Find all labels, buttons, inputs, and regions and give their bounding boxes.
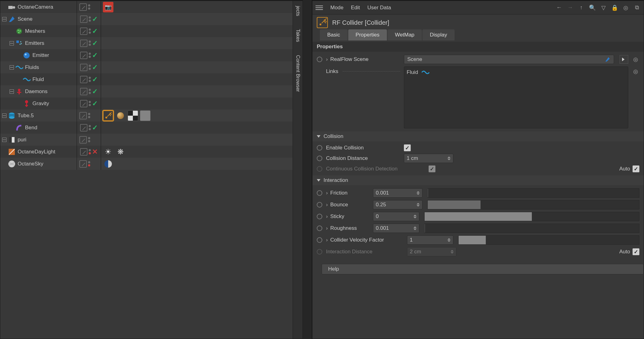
object-label[interactable]: OctaneCamera — [18, 4, 53, 10]
tree-expander[interactable] — [10, 65, 14, 70]
layer-toggle[interactable] — [79, 112, 87, 119]
layer-toggle[interactable] — [80, 52, 87, 59]
object-row[interactable]: OctaneSky — [0, 158, 303, 170]
field-roughness[interactable]: 0.001 — [373, 224, 419, 233]
collider-tag-icon[interactable] — [103, 110, 113, 121]
object-row[interactable]: Tube.5 — [0, 109, 303, 122]
slider-cvf[interactable] — [458, 235, 639, 245]
object-label[interactable]: Scene — [18, 16, 32, 22]
layer-toggle[interactable] — [80, 64, 87, 71]
enable-check-icon[interactable]: ✓ — [92, 39, 98, 47]
enable-check-icon[interactable]: ✓ — [92, 51, 98, 59]
search-icon[interactable]: 🔍 — [589, 4, 596, 11]
anim-dot-bounce[interactable] — [317, 202, 322, 208]
tree-expander[interactable] — [2, 138, 6, 142]
slider-friction[interactable] — [427, 188, 639, 198]
visibility-dots[interactable] — [88, 161, 90, 166]
noise-tag-icon[interactable] — [140, 110, 150, 121]
object-label[interactable]: Bend — [25, 125, 37, 131]
object-row[interactable]: Fluids✓ — [0, 61, 303, 73]
visibility-dots[interactable] — [88, 4, 90, 10]
layer-toggle[interactable] — [80, 76, 87, 83]
object-row[interactable]: Bend✓ — [0, 122, 303, 134]
visibility-dots[interactable] — [89, 101, 91, 106]
visibility-dots[interactable] — [89, 149, 91, 154]
visibility-dots[interactable] — [88, 137, 90, 142]
links-item-fluid[interactable]: Fluid — [407, 69, 418, 75]
anim-dot-collision-distance[interactable] — [317, 156, 322, 161]
tab-takes[interactable]: Takes — [295, 27, 301, 44]
enable-check-icon[interactable]: ✓ — [92, 27, 98, 35]
field-cvf[interactable]: 1 — [407, 235, 453, 245]
visibility-dots[interactable] — [89, 28, 91, 34]
new-window-icon[interactable]: ⧉ — [633, 4, 641, 11]
object-row[interactable]: OctaneCamera📷 — [0, 1, 303, 13]
tree-expander[interactable] — [2, 114, 6, 118]
tab-display[interactable]: Display — [422, 29, 455, 41]
slider-bounce[interactable] — [427, 200, 639, 209]
anim-dot-realflow-scene[interactable] — [317, 57, 322, 62]
slider-roughness[interactable] — [424, 224, 639, 233]
checkbox-idist-auto[interactable]: ✓ — [633, 248, 639, 255]
material-ball-tag-icon[interactable] — [115, 110, 126, 121]
enable-check-icon[interactable]: ✓ — [92, 63, 98, 71]
layer-toggle[interactable] — [80, 28, 87, 35]
anim-dot-sticky[interactable] — [317, 214, 322, 219]
menu-edit[interactable]: Edit — [351, 5, 360, 11]
layer-toggle[interactable] — [79, 3, 87, 11]
visibility-dots[interactable] — [89, 16, 91, 22]
object-label[interactable]: Fluid — [32, 76, 44, 83]
object-label[interactable]: Meshers — [25, 28, 45, 34]
layer-toggle[interactable] — [80, 15, 87, 23]
visibility-dots[interactable] — [89, 53, 91, 58]
tab-objects[interactable]: jects — [295, 4, 301, 18]
object-row[interactable]: OctaneDayLight✕☀❋ — [0, 146, 303, 158]
filter-icon[interactable]: ▽ — [600, 4, 607, 11]
anim-dot-enable-collision[interactable] — [317, 145, 322, 151]
field-realflow-scene[interactable]: Scene — [404, 55, 614, 64]
gear-tag-icon[interactable]: ❋ — [115, 147, 126, 157]
object-label[interactable]: Tube.5 — [18, 113, 34, 119]
anim-dot-roughness[interactable] — [317, 225, 322, 231]
realflow-scene-popout[interactable] — [620, 55, 628, 64]
realflow-scene-target-icon[interactable]: ◎ — [632, 56, 639, 63]
object-row[interactable]: Gravity✓ — [0, 97, 303, 109]
object-label[interactable]: puri — [18, 137, 26, 143]
visibility-dots[interactable] — [89, 41, 91, 46]
layer-toggle[interactable] — [80, 88, 87, 95]
target-icon[interactable]: ◎ — [622, 4, 629, 11]
object-label[interactable]: Gravity — [32, 101, 49, 107]
layer-toggle[interactable] — [80, 124, 87, 131]
camera-tag-icon[interactable]: 📷 — [103, 2, 113, 12]
field-bounce[interactable]: 0.25 — [373, 200, 422, 209]
help-button[interactable]: Help — [322, 264, 644, 274]
object-label[interactable]: Emitters — [25, 40, 44, 46]
enable-check-icon[interactable]: ✓ — [92, 124, 98, 132]
nav-fwd-icon[interactable]: → — [566, 4, 574, 11]
enable-check-icon[interactable]: ✓ — [92, 100, 98, 108]
lock-icon[interactable]: 🔒 — [611, 4, 618, 11]
tree-expander[interactable] — [2, 17, 6, 21]
object-label[interactable]: Fluids — [25, 64, 39, 71]
sun-tag-icon[interactable]: ☀ — [103, 147, 113, 157]
checkbox-enable-collision[interactable]: ✓ — [404, 144, 411, 151]
menu-user-data[interactable]: User Data — [367, 5, 391, 11]
object-row[interactable]: Meshers✓ — [0, 25, 303, 37]
object-label[interactable]: OctaneDayLight — [18, 149, 55, 155]
object-label[interactable]: Daemons — [25, 88, 48, 95]
nav-back-icon[interactable]: ← — [555, 4, 563, 11]
pane-gutter[interactable] — [303, 0, 312, 339]
enable-check-icon[interactable]: ✓ — [92, 15, 98, 23]
expand-realflow-scene-icon[interactable]: › — [326, 56, 328, 62]
layer-toggle[interactable] — [79, 136, 87, 144]
texture-tag-icon[interactable] — [128, 110, 138, 121]
object-row[interactable]: Scene✓ — [0, 13, 303, 25]
layer-toggle[interactable] — [79, 160, 87, 168]
anim-dot-friction[interactable] — [317, 190, 322, 196]
field-sticky[interactable]: 0 — [373, 212, 419, 221]
slider-sticky[interactable] — [424, 212, 639, 221]
links-target-icon[interactable]: ◎ — [632, 68, 639, 75]
checkbox-ccd-auto[interactable]: ✓ — [633, 165, 639, 172]
object-row[interactable]: Fluid✓ — [0, 73, 303, 85]
group-collision[interactable]: Collision — [312, 131, 644, 141]
